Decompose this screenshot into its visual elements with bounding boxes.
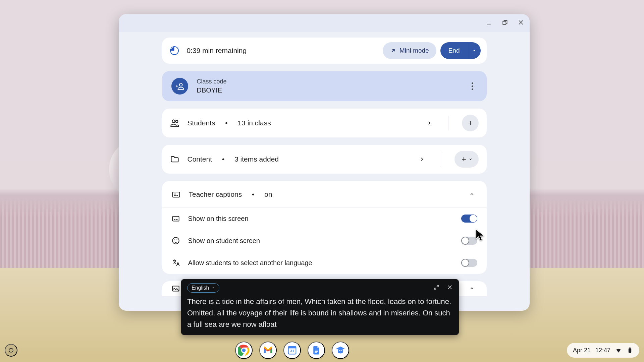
docs-app-icon[interactable]	[308, 342, 325, 359]
captions-icon	[171, 190, 181, 199]
content-expand-button[interactable]	[417, 154, 427, 165]
class-code-label: Class code	[197, 78, 227, 85]
class-code-card: Class code DBOYIE	[162, 71, 487, 101]
svg-rect-0	[503, 21, 506, 24]
teacher-captions-card: Teacher captions • on Show on this scree…	[162, 181, 487, 274]
restore-icon[interactable]	[501, 19, 508, 27]
class-tools-window: 0:39 min remaining Mini mode End	[119, 14, 530, 311]
close-icon[interactable]	[518, 19, 524, 27]
chrome-app-icon[interactable]	[235, 342, 253, 359]
end-dropdown-button[interactable]	[468, 42, 481, 59]
time-remaining-group: 0:39 min remaining	[170, 46, 247, 55]
svg-rect-16	[315, 352, 317, 353]
mini-mode-button[interactable]: Mini mode	[383, 42, 436, 59]
caption-language-label: English	[192, 285, 209, 291]
class-code-value: DBOYIE	[197, 86, 227, 94]
svg-point-3	[172, 237, 179, 244]
svg-point-4	[174, 240, 175, 241]
tray-date: Apr 21	[573, 347, 591, 354]
arrow-up-right-icon	[390, 48, 396, 54]
caption-close-icon[interactable]	[447, 284, 453, 292]
show-on-this-screen-row: Show on this screen	[162, 207, 487, 230]
svg-rect-18	[629, 348, 630, 349]
students-add-button[interactable]	[462, 115, 479, 131]
caption-language-button[interactable]: English	[187, 283, 219, 293]
end-button[interactable]: End	[440, 42, 468, 59]
caret-down-icon	[472, 48, 477, 53]
teacher-captions-collapse-button[interactable]	[467, 189, 477, 200]
minimize-icon[interactable]	[485, 19, 492, 27]
caption-expand-icon[interactable]	[433, 284, 439, 292]
window-content: 0:39 min remaining Mini mode End	[119, 32, 530, 311]
students-expand-button[interactable]	[424, 118, 435, 128]
timer-icon	[170, 46, 179, 55]
time-remaining-text: 0:39 min remaining	[187, 47, 247, 55]
mini-mode-label: Mini mode	[399, 47, 429, 54]
wifi-icon	[615, 347, 622, 354]
shelf-apps: 31	[235, 342, 349, 359]
session-toolbar: 0:39 min remaining Mini mode End	[162, 38, 487, 64]
student-face-icon	[171, 236, 180, 245]
svg-rect-12	[288, 347, 296, 349]
show-on-this-screen-label: Show on this screen	[188, 215, 249, 223]
students-subtitle: 13 in class	[237, 119, 271, 127]
svg-rect-6	[172, 286, 179, 291]
person-add-icon	[171, 78, 188, 95]
tray-time: 12:47	[595, 347, 610, 354]
translate-icon	[171, 258, 180, 267]
bottom-collapse-button[interactable]	[467, 283, 477, 294]
classroom-app-icon[interactable]	[332, 342, 349, 359]
image-icon	[171, 284, 180, 293]
svg-rect-15	[315, 351, 318, 352]
allow-language-toggle[interactable]	[461, 259, 477, 267]
captions-icon	[171, 214, 180, 223]
status-tray[interactable]: Apr 21 12:47	[567, 343, 639, 358]
content-row[interactable]: Content • 3 items added	[162, 145, 487, 174]
svg-rect-1	[172, 192, 179, 197]
allow-language-row: Allow students to select another languag…	[162, 252, 487, 274]
svg-rect-14	[315, 350, 318, 351]
svg-rect-17	[629, 348, 631, 353]
show-on-student-screen-label: Show on student screen	[188, 237, 260, 245]
allow-language-label: Allow students to select another languag…	[188, 259, 312, 267]
content-subtitle: 3 items added	[234, 155, 279, 163]
caret-down-icon	[212, 286, 215, 290]
content-add-button[interactable]	[454, 151, 479, 168]
students-row[interactable]: Students • 13 in class	[162, 109, 487, 137]
svg-text:31: 31	[290, 349, 294, 353]
chromeos-shelf: 31 Apr 21 12:47	[0, 339, 644, 362]
show-on-this-screen-toggle[interactable]	[461, 215, 477, 223]
class-code-more-button[interactable]	[466, 79, 479, 94]
launcher-button[interactable]	[5, 344, 17, 357]
live-caption-overlay: English There is a tide in the affairs o…	[181, 279, 459, 335]
show-on-student-screen-row: Show on student screen	[162, 230, 487, 252]
caption-text: There is a tide in the affairs of men, W…	[187, 296, 453, 330]
calendar-app-icon[interactable]: 31	[283, 342, 301, 359]
caret-down-icon	[469, 157, 473, 161]
show-on-student-screen-toggle[interactable]	[461, 237, 477, 245]
svg-point-7	[9, 348, 13, 352]
svg-point-5	[176, 240, 177, 241]
svg-rect-2	[172, 217, 179, 221]
launcher-circle-icon	[8, 347, 14, 353]
battery-icon	[627, 347, 633, 354]
teacher-captions-title: Teacher captions	[189, 190, 242, 198]
folder-icon	[170, 155, 179, 164]
content-title: Content	[187, 155, 212, 163]
window-titlebar	[119, 14, 530, 32]
teacher-captions-header[interactable]: Teacher captions • on	[162, 181, 487, 207]
teacher-captions-state: on	[264, 190, 272, 198]
people-icon	[170, 118, 179, 128]
students-title: Students	[187, 119, 215, 127]
gmail-app-icon[interactable]	[259, 342, 277, 359]
